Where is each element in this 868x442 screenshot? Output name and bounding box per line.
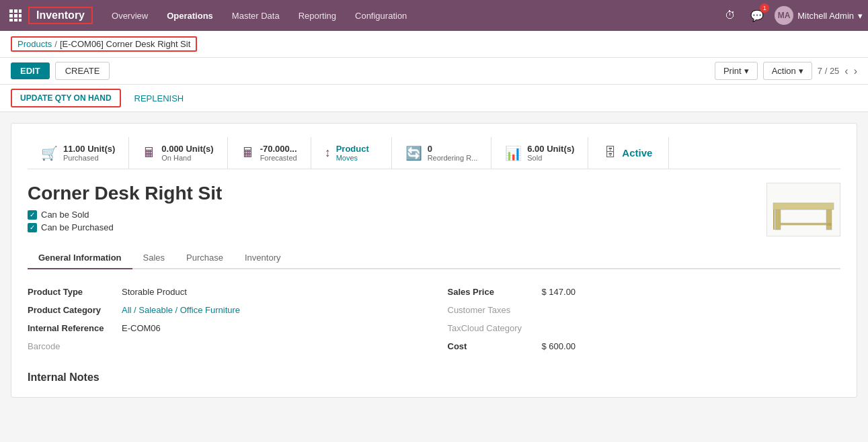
tab-sales[interactable]: Sales [132, 247, 176, 269]
stat-sold-value: 6.00 Unit(s) [527, 144, 574, 154]
breadcrumb-parent[interactable]: Products [17, 39, 52, 49]
product-category-value[interactable]: All / Saleable / Office Furniture [122, 305, 240, 315]
svg-rect-2 [19, 9, 22, 13]
stat-purchased[interactable]: 🛒 11.00 Unit(s) Purchased [28, 137, 129, 169]
barcode-row: Barcode [28, 337, 421, 355]
action-dropdown-icon: ▾ [799, 66, 803, 76]
can-be-sold-label: Can be Sold [41, 210, 89, 220]
secondary-toolbar: UPDATE QTY ON HAND REPLENISH [0, 85, 868, 112]
user-menu[interactable]: MA Mitchell Admin ▾ [775, 6, 863, 25]
stat-reordering-label: Reordering R... [428, 154, 478, 162]
breadcrumb-separator: / [54, 39, 57, 49]
checkmark-icon: ✓ [30, 211, 35, 218]
active-icon: 🗄 [604, 146, 617, 160]
menu-item-operations[interactable]: Operations [159, 7, 221, 25]
create-button[interactable]: CREATE [55, 62, 110, 80]
svg-rect-4 [14, 14, 17, 17]
pagination: 7 / 25 ‹ › [818, 65, 857, 77]
internal-notes-title: Internal Notes [28, 371, 840, 384]
top-menu: Overview Operations Master Data Reportin… [104, 7, 721, 25]
stat-sold[interactable]: 📊 6.00 Unit(s) Sold [491, 137, 588, 169]
app-name[interactable]: Inventory [28, 7, 93, 24]
reorder-icon: 🔄 [405, 145, 422, 161]
stat-reordering[interactable]: 🔄 0 Reordering R... [392, 137, 492, 169]
taxcloud-category-label: TaxCloud Category [448, 323, 542, 333]
product-title: Corner Desk Right Sit [28, 183, 222, 204]
left-column: Product Type Storable Product Product Ca… [28, 283, 421, 355]
edit-button[interactable]: EDIT [11, 62, 50, 79]
calculator-icon: 🖩 [143, 145, 156, 161]
desk-svg [770, 186, 837, 233]
tab-inventory[interactable]: Inventory [234, 247, 291, 269]
svg-rect-6 [9, 19, 13, 21]
pagination-prev[interactable]: ‹ [844, 65, 848, 77]
print-label: Print [723, 66, 742, 76]
pagination-next[interactable]: › [854, 65, 857, 77]
topnav-right: ⏱ 💬 1 MA Mitchell Admin ▾ [721, 6, 863, 25]
barcode-label: Barcode [28, 341, 122, 351]
print-button[interactable]: Print ▾ [715, 62, 758, 80]
stat-on-hand-value: 0.000 Unit(s) [161, 144, 213, 154]
grid-icon[interactable] [5, 5, 26, 26]
can-be-purchased-label: Can be Purchased [41, 222, 114, 232]
replenish-button[interactable]: REPLENISH [126, 90, 192, 107]
pagination-info: 7 / 25 [818, 66, 840, 76]
moves-icon: ↕ [325, 146, 331, 160]
stat-forecasted-value: -70.000... [260, 144, 297, 154]
svg-rect-9 [773, 203, 834, 210]
chat-badge: 1 [760, 3, 769, 13]
user-dropdown-icon: ▾ [858, 11, 863, 21]
can-be-purchased-checkbox[interactable]: ✓ [28, 223, 37, 232]
product-type-label: Product Type [28, 287, 122, 297]
product-card: 🛒 11.00 Unit(s) Purchased 🖩 0.000 Unit(s… [11, 123, 857, 398]
svg-rect-13 [773, 210, 775, 230]
product-tabs: General Information Sales Purchase Inven… [28, 247, 840, 269]
update-qty-button[interactable]: UPDATE QTY ON HAND [11, 89, 121, 107]
stats-bar: 🛒 11.00 Unit(s) Purchased 🖩 0.000 Unit(s… [28, 137, 840, 169]
svg-rect-3 [9, 14, 13, 17]
right-column: Sales Price $ 147.00 Customer Taxes TaxC… [448, 283, 841, 355]
svg-rect-5 [19, 14, 22, 17]
forecast-icon: 🖩 [241, 145, 255, 161]
menu-item-configuration[interactable]: Configuration [347, 7, 415, 25]
chat-icon[interactable]: 💬 1 [748, 6, 766, 25]
product-type-value: Storable Product [122, 287, 187, 297]
clock-icon[interactable]: ⏱ [721, 6, 740, 25]
stat-sold-label: Sold [527, 154, 574, 162]
cost-value: $ 600.00 [542, 341, 576, 351]
stat-on-hand-label: On Hand [161, 154, 213, 162]
can-be-sold-checkbox[interactable]: ✓ [28, 210, 37, 220]
stat-purchased-label: Purchased [63, 154, 115, 162]
stat-active[interactable]: 🗄 Active [588, 137, 669, 169]
menu-item-reporting[interactable]: Reporting [290, 7, 344, 25]
can-be-purchased-row: ✓ Can be Purchased [28, 222, 222, 232]
product-type-row: Product Type Storable Product [28, 283, 421, 301]
stat-purchased-value: 11.00 Unit(s) [63, 144, 115, 154]
stat-forecasted-label: Forecasted [260, 154, 297, 162]
taxcloud-category-row: TaxCloud Category [448, 319, 841, 337]
general-info-form: Product Type Storable Product Product Ca… [28, 283, 840, 355]
product-category-row: Product Category All / Saleable / Office… [28, 301, 421, 319]
action-button[interactable]: Action ▾ [763, 62, 812, 80]
svg-rect-10 [775, 210, 781, 230]
menu-item-master-data[interactable]: Master Data [224, 7, 288, 25]
product-category-label: Product Category [28, 305, 122, 315]
internal-reference-row: Internal Reference E-COM06 [28, 319, 421, 337]
internal-reference-value: E-COM06 [122, 323, 161, 333]
stat-forecasted[interactable]: 🖩 -70.000... Forecasted [228, 137, 311, 169]
svg-rect-14 [780, 223, 827, 225]
top-navigation: Inventory Overview Operations Master Dat… [0, 0, 868, 31]
tab-purchase[interactable]: Purchase [175, 247, 234, 269]
cart-icon: 🛒 [41, 145, 58, 161]
stat-on-hand[interactable]: 🖩 0.000 Unit(s) On Hand [129, 137, 227, 169]
menu-item-overview[interactable]: Overview [104, 7, 156, 25]
sales-price-label: Sales Price [448, 287, 542, 297]
stat-moves-value: Product [336, 144, 369, 154]
print-dropdown-icon: ▾ [744, 66, 749, 76]
sales-price-row: Sales Price $ 147.00 [448, 283, 841, 301]
stat-product-moves[interactable]: ↕ Product Moves [311, 137, 392, 169]
stat-moves-label: Moves [336, 154, 369, 162]
tab-general-information[interactable]: General Information [28, 247, 132, 269]
can-be-sold-row: ✓ Can be Sold [28, 210, 222, 220]
svg-rect-0 [9, 9, 13, 13]
